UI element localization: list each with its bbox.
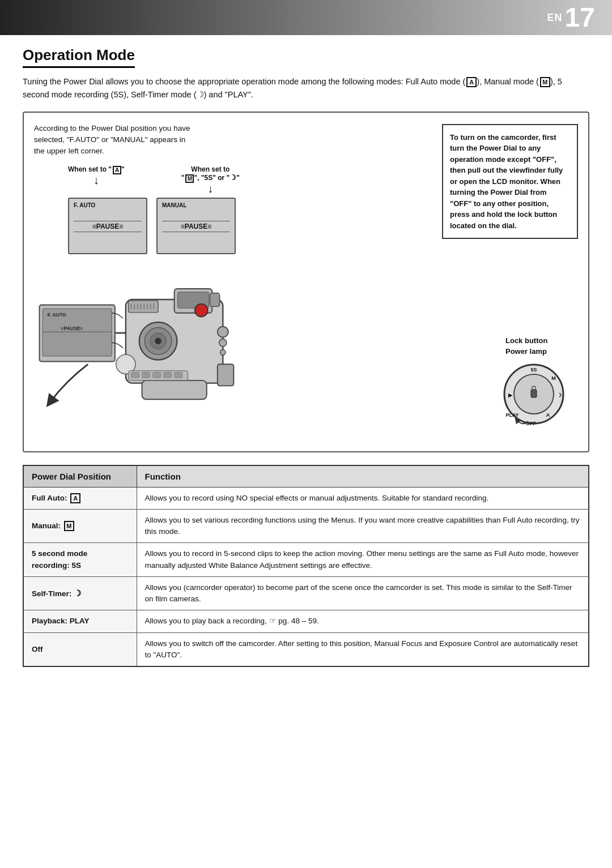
lcd1-pause: ≡PAUSE≡ xyxy=(74,221,142,232)
table-header-function: Function xyxy=(137,465,589,488)
icon-full-auto: A xyxy=(466,77,477,87)
svg-rect-9 xyxy=(210,293,219,306)
function-manual: Allows you to set various recording func… xyxy=(137,509,589,543)
svg-text:F. AUTO: F. AUTO xyxy=(48,312,66,318)
main-content: Operation Mode Tuning the Power Dial all… xyxy=(0,35,612,684)
function-play: Allows you to play back a recording, ☞ p… xyxy=(137,610,589,632)
icon-manual-table: M xyxy=(64,521,74,531)
svg-point-24 xyxy=(219,339,227,346)
position-full-auto: Full Auto: A xyxy=(23,487,137,509)
instruction-box: To turn on the camcorder, first turn the… xyxy=(442,124,578,240)
section-title: Operation Mode xyxy=(23,46,135,68)
table-row: Self-Timer: ☽ Allows you (camcorder oper… xyxy=(23,576,589,610)
svg-text:☽: ☽ xyxy=(557,392,562,398)
svg-text:▶: ▶ xyxy=(508,392,513,398)
diagram-box: According to the Power Dial position you… xyxy=(23,112,589,452)
instruction-text: To turn on the camcorder, first turn the… xyxy=(450,133,563,230)
screen2-arrow: ↓ xyxy=(181,183,240,194)
svg-rect-32 xyxy=(142,372,150,378)
screen1-label: When set to "A" ↓ xyxy=(68,165,125,194)
lcd2-mode: MANUAL xyxy=(162,202,230,208)
lcd-screen-fauto: F. AUTO ≡PAUSE≡ xyxy=(68,198,147,254)
position-5s: 5 second moderecording: 5S xyxy=(23,543,137,577)
table-row: Off Allows you to switch off the camcord… xyxy=(23,632,589,666)
screen1-arrow: ↓ xyxy=(68,174,125,186)
table-row: Full Auto: A Allows you to record using … xyxy=(23,487,589,509)
lcd1-mode: F. AUTO xyxy=(74,202,142,208)
screen1-when: When set to "A" xyxy=(68,165,125,173)
function-table: Power Dial Position Function Full Auto: … xyxy=(23,465,589,668)
icon-manual: M xyxy=(540,77,550,87)
power-dial-svg: 5S M ☽ A OFF PLAY ▶ xyxy=(500,360,568,428)
function-full-auto: Allows you to record using NO special ef… xyxy=(137,487,589,509)
icon-full-auto-table: A xyxy=(70,493,80,503)
svg-rect-35 xyxy=(175,372,182,378)
screen2-label: When set to"M", "5S" or "☽" ↓ xyxy=(181,165,240,194)
function-5s: Allows you to record in 5-second clips t… xyxy=(137,543,589,577)
power-lamp-label: Power lamp xyxy=(505,347,568,356)
svg-text:M: M xyxy=(551,375,556,381)
screen2-when: When set to"M", "5S" or "☽" xyxy=(181,165,240,182)
svg-rect-31 xyxy=(131,372,139,378)
svg-point-25 xyxy=(220,349,226,355)
position-selftimer: Self-Timer: ☽ xyxy=(23,576,137,610)
table-row: 5 second moderecording: 5S Allows you to… xyxy=(23,543,589,577)
header-bar: EN 17 xyxy=(0,0,612,35)
svg-text:PLAY: PLAY xyxy=(505,412,518,418)
svg-point-23 xyxy=(218,326,228,337)
svg-rect-34 xyxy=(164,372,172,378)
position-off: Off xyxy=(23,632,137,666)
lock-button-label: Lock button xyxy=(505,336,568,345)
lcd-screen-manual: MANUAL ≡PAUSE≡ xyxy=(156,198,236,254)
en-label: EN xyxy=(547,12,563,24)
svg-rect-27 xyxy=(218,364,234,386)
callout-text: According to the Power Dial position you… xyxy=(34,123,193,157)
dial-area: Lock button Power lamp 5S M ☽ A OFF PLAY… xyxy=(500,336,568,430)
position-manual: Manual: M xyxy=(23,509,137,543)
svg-rect-33 xyxy=(153,372,161,378)
lcd2-pause: ≡PAUSE≡ xyxy=(162,221,230,232)
table-row: Manual: M Allows you to set various reco… xyxy=(23,509,589,543)
camcorder-illustration: F. AUTO ≡PAUSE≡ xyxy=(34,271,261,441)
position-play: Playback: PLAY xyxy=(23,610,137,632)
svg-point-13 xyxy=(155,337,161,344)
svg-text:A: A xyxy=(546,412,550,418)
function-off: Allows you to switch off the camcorder. … xyxy=(137,632,589,666)
page-number: 17 xyxy=(565,4,595,31)
svg-rect-26 xyxy=(142,380,206,399)
svg-text:5S: 5S xyxy=(530,367,537,373)
intro-text: Tuning the Power Dial allows you to choo… xyxy=(23,76,589,101)
svg-point-28 xyxy=(195,303,208,317)
function-selftimer: Allows you (camcorder operator) to becom… xyxy=(137,576,589,610)
camcorder-area: F. AUTO ≡PAUSE≡ xyxy=(34,260,578,441)
table-header-position: Power Dial Position xyxy=(23,465,137,488)
svg-text:≡PAUSE≡: ≡PAUSE≡ xyxy=(61,326,83,331)
table-row: Playback: PLAY Allows you to play back a… xyxy=(23,610,589,632)
